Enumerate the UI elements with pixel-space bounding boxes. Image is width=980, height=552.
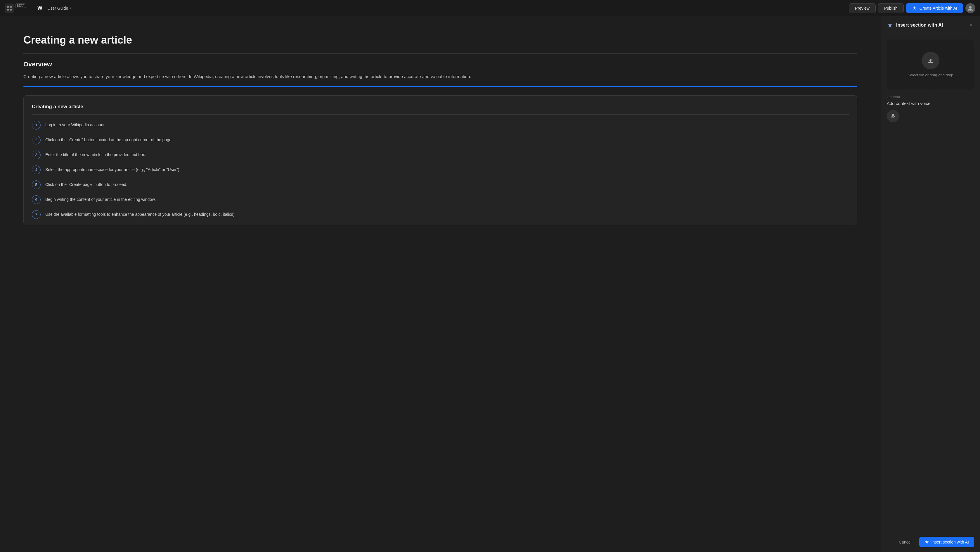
app-icon xyxy=(5,3,14,13)
panel-header-left: Insert section with AI xyxy=(887,22,943,28)
step-item: 3 Enter the title of the new article in … xyxy=(32,150,849,160)
preview-button[interactable]: Preview xyxy=(849,3,876,13)
upload-icon-circle xyxy=(922,52,939,69)
panel-footer: Cancel Insert section with AI xyxy=(881,532,980,552)
svg-rect-2 xyxy=(7,9,9,11)
steps-list: 1 Log in to your Wikipedia account. 2 Cl… xyxy=(32,120,849,219)
step-item: 4 Select the appropriate namespace for y… xyxy=(32,165,849,174)
step-text: Begin writing the content of your articl… xyxy=(45,195,156,203)
beta-badge: BETA xyxy=(15,3,26,8)
step-item: 2 Click on the "Create" button located a… xyxy=(32,136,849,144)
breadcrumb-root: User Guide xyxy=(47,6,68,11)
create-ai-icon xyxy=(912,6,917,11)
insert-section-label: Insert section with AI xyxy=(932,540,969,544)
editor-area: Creating a new article Overview Creating… xyxy=(0,16,881,552)
microphone-button[interactable] xyxy=(887,110,899,122)
svg-rect-5 xyxy=(892,114,894,116)
step-number: 3 xyxy=(32,151,41,160)
svg-rect-1 xyxy=(10,6,12,8)
panel-ai-icon xyxy=(887,22,893,28)
step-number: 5 xyxy=(32,180,41,189)
step-text: Click on the "Create" button located at … xyxy=(45,136,173,143)
title-divider xyxy=(23,53,857,54)
breadcrumb: User Guide ▾ xyxy=(47,6,72,11)
step-number: 4 xyxy=(32,166,41,174)
panel-title: Insert section with AI xyxy=(896,22,943,28)
create-article-ai-button[interactable]: Create Article with AI xyxy=(906,3,963,13)
step-text: Click on the "Create page" button to pro… xyxy=(45,180,127,188)
step-item: 7 Use the available formatting tools to … xyxy=(32,210,849,219)
svg-rect-3 xyxy=(10,9,12,11)
insert-ai-icon xyxy=(924,540,929,544)
step-text: Use the available formatting tools to en… xyxy=(45,210,235,217)
breadcrumb-chevron: ▾ xyxy=(70,6,72,10)
step-text: Log in to your Wikipedia account. xyxy=(45,120,105,128)
step-item: 5 Click on the "Create page" button to p… xyxy=(32,180,849,189)
step-number: 7 xyxy=(32,210,41,219)
overview-heading: Overview xyxy=(23,61,857,68)
voice-context-label: Add context with voice xyxy=(887,101,974,106)
svg-rect-0 xyxy=(7,6,9,8)
app-logo-area: BETA xyxy=(5,3,26,13)
progress-bar-fill xyxy=(23,86,857,87)
step-number: 2 xyxy=(32,136,41,144)
optional-label: Optional xyxy=(887,95,974,99)
overview-text: Creating a new article allows you to sha… xyxy=(23,73,857,80)
step-number: 6 xyxy=(32,195,41,204)
publish-button[interactable]: Publish xyxy=(878,3,904,13)
main-layout: Creating a new article Overview Creating… xyxy=(0,16,980,552)
cancel-button[interactable]: Cancel xyxy=(894,538,916,547)
wiki-logo: W xyxy=(36,4,44,12)
card-title: Creating a new article xyxy=(32,104,849,115)
steps-card: Creating a new article 1 Log in to your … xyxy=(23,95,857,225)
panel-header: Insert section with AI × xyxy=(881,16,980,34)
panel-close-button[interactable]: × xyxy=(967,21,974,29)
step-text: Select the appropriate namespace for you… xyxy=(45,165,181,173)
user-avatar[interactable] xyxy=(966,3,975,13)
upload-arrow-icon xyxy=(927,57,934,64)
file-upload-area[interactable]: Select file or drag and drop xyxy=(887,40,974,89)
mic-icon xyxy=(890,113,896,119)
article-title: Creating a new article xyxy=(23,34,857,46)
upload-hint: Select file or drag and drop xyxy=(908,73,953,77)
svg-point-4 xyxy=(969,6,972,8)
top-navigation: BETA W User Guide ▾ Preview Publish Crea… xyxy=(0,0,980,16)
step-item: 1 Log in to your Wikipedia account. xyxy=(32,120,849,129)
progress-bar-container xyxy=(23,86,857,87)
create-ai-label: Create Article with AI xyxy=(920,6,957,11)
step-number: 1 xyxy=(32,121,41,129)
step-item: 6 Begin writing the content of your arti… xyxy=(32,195,849,204)
insert-section-panel: Insert section with AI × Select file or … xyxy=(881,16,980,552)
nav-actions: Preview Publish Create Article with AI xyxy=(849,3,975,13)
panel-body: Select file or drag and drop Optional Ad… xyxy=(881,34,980,532)
insert-section-ai-button[interactable]: Insert section with AI xyxy=(919,537,974,547)
step-text: Enter the title of the new article in th… xyxy=(45,150,146,158)
